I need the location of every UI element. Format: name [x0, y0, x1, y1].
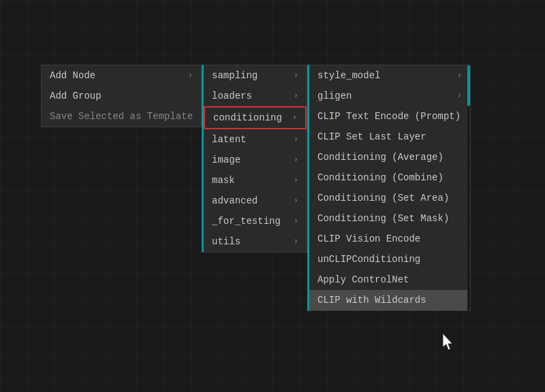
arrow-icon: › — [188, 71, 193, 80]
menu-item-clip-vision-encode[interactable]: CLIP Vision Encode — [309, 229, 470, 249]
menu-item-sampling[interactable]: sampling › — [204, 65, 307, 86]
arrow-icon: › — [294, 155, 298, 165]
menu-item-style-model[interactable]: style_model › — [309, 65, 470, 86]
menu-item-unclip-conditioning[interactable]: unCLIPConditioning — [309, 249, 470, 270]
menu-item-clip-set-last-layer[interactable]: CLIP Set Last Layer — [309, 127, 470, 147]
arrow-icon: › — [457, 91, 462, 101]
scrollbar-thumb[interactable] — [467, 65, 470, 106]
menu-column-1: Add Node › Add Group Save Selected as Te… — [41, 65, 202, 127]
arrow-icon: › — [294, 71, 298, 80]
menu-item-conditioning-set-mask[interactable]: Conditioning (Set Mask) — [309, 208, 470, 229]
menu-column-2: sampling › loaders › conditioning › late… — [202, 65, 307, 252]
menu-item-add-node[interactable]: Add Node › — [42, 65, 201, 86]
arrow-icon: › — [294, 237, 298, 246]
context-menu: Add Node › Add Group Save Selected as Te… — [41, 65, 471, 311]
menu-item-advanced[interactable]: advanced › — [204, 191, 307, 211]
menu-item-clip-wildcards[interactable]: CLIP with Wildcards — [309, 290, 470, 310]
arrow-icon: › — [294, 91, 298, 101]
arrow-icon: › — [294, 176, 298, 185]
menu-item-gligen[interactable]: gligen › — [309, 86, 470, 106]
menu-item-add-group[interactable]: Add Group — [42, 86, 201, 106]
menu-item-conditioning-set-area[interactable]: Conditioning (Set Area) — [309, 188, 470, 208]
menu-item-mask[interactable]: mask › — [204, 170, 307, 191]
menu-item-apply-controlnet[interactable]: Apply ControlNet — [309, 270, 470, 290]
menu-item-save-template[interactable]: Save Selected as Template — [42, 106, 201, 127]
scrollbar-track — [467, 65, 470, 310]
menu-item-conditioning[interactable]: conditioning › — [204, 106, 307, 129]
menu-item-latent[interactable]: latent › — [204, 129, 307, 150]
arrow-icon: › — [294, 135, 298, 144]
arrow-icon: › — [294, 216, 298, 226]
arrow-icon: › — [294, 196, 298, 206]
menu-item-for-testing[interactable]: _for_testing › — [204, 211, 307, 231]
menu-item-conditioning-average[interactable]: Conditioning (Average) — [309, 147, 470, 167]
svg-marker-0 — [443, 333, 452, 350]
menu-item-image[interactable]: image › — [204, 150, 307, 170]
mouse-cursor — [443, 333, 456, 355]
arrow-icon: › — [292, 113, 297, 122]
menu-item-conditioning-combine[interactable]: Conditioning (Combine) — [309, 167, 470, 188]
menu-item-utils[interactable]: utils › — [204, 231, 307, 252]
arrow-icon: › — [457, 71, 462, 80]
menu-item-loaders[interactable]: loaders › — [204, 86, 307, 106]
menu-column-3: style_model › gligen › CLIP Text Encode … — [307, 65, 471, 311]
menu-item-clip-text-encode[interactable]: CLIP Text Encode (Prompt) — [309, 106, 470, 127]
